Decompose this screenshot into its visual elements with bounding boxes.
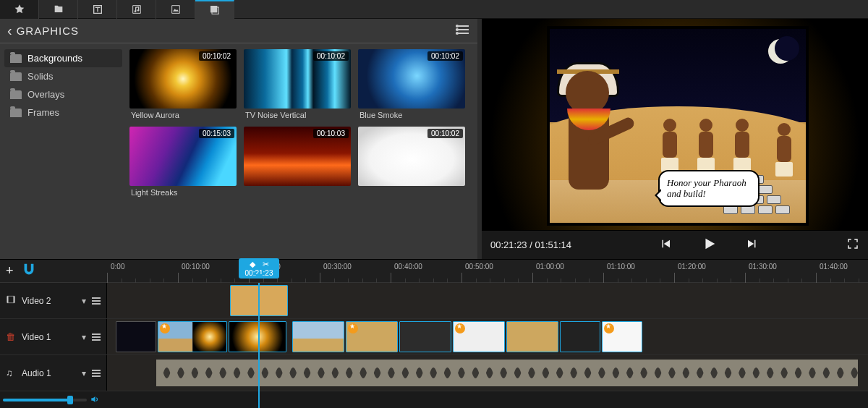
marker-icon[interactable]: ◆ xyxy=(250,260,255,269)
svg-point-1 xyxy=(137,9,139,12)
folder-solids[interactable]: Solids xyxy=(4,67,122,85)
track-head-video-2[interactable]: Video 2 ▾ xyxy=(0,283,107,318)
ruler-tick: 01:40:00 xyxy=(816,273,848,283)
clip-v1-1[interactable] xyxy=(116,321,156,352)
media-grid: 00:10:02Yellow Aurora00:10:02TV Noise Ve… xyxy=(127,43,477,259)
speech-bubble: Honor your Pharaoh and build! xyxy=(658,170,760,207)
media-thumb: 00:10:02 xyxy=(129,49,237,109)
clip-v1-3[interactable] xyxy=(229,321,286,352)
add-track-button[interactable]: + xyxy=(6,263,14,279)
fullscreen-button[interactable] xyxy=(846,237,859,252)
track-video-2: Video 2 ▾ xyxy=(0,283,868,319)
panel-menu-icon[interactable] xyxy=(456,25,469,37)
svg-point-8 xyxy=(456,28,459,31)
folder-backgrounds[interactable]: Backgrounds xyxy=(4,49,122,67)
time-ruler[interactable]: 0:0000:10:0000:20:0000:30:0000:40:0000:5… xyxy=(107,260,868,283)
track-lane-video-2[interactable] xyxy=(107,283,868,318)
media-thumb: 00:10:02 xyxy=(358,127,465,186)
svg-point-9 xyxy=(456,32,459,35)
ruler-tick: 01:20:00 xyxy=(674,273,706,283)
track-audio-1: ♫ Audio 1 ▾ xyxy=(0,355,868,391)
svg-rect-12 xyxy=(14,296,15,302)
clip-v1-2[interactable] xyxy=(158,321,227,352)
media-item-1[interactable]: 00:10:02TV Noise Vertical xyxy=(244,49,351,119)
tab-library[interactable] xyxy=(39,0,78,19)
music-icon: ♫ xyxy=(6,367,16,378)
film-icon xyxy=(6,294,16,307)
clip-v1-9[interactable] xyxy=(560,321,600,352)
next-frame-button[interactable] xyxy=(746,237,759,252)
tab-audio[interactable] xyxy=(117,0,156,19)
media-thumb: 00:10:03 xyxy=(244,127,351,186)
chevron-down-icon[interactable]: ▾ xyxy=(82,296,86,306)
graphics-header: ‹ GRAPHICS xyxy=(0,19,477,43)
media-duration: 00:10:03 xyxy=(313,129,349,138)
speaker-icon xyxy=(87,394,100,407)
playhead-time: 00:21:23 xyxy=(245,269,273,277)
playhead-handle[interactable]: ◆ ✂ 00:21:23 xyxy=(239,258,279,279)
media-item-2[interactable]: 00:10:02Blue Smoke xyxy=(358,49,465,119)
track-lane-video-1[interactable] xyxy=(107,319,868,354)
svg-rect-11 xyxy=(7,296,9,302)
preview-frame: Honor your Pharaoh and build! xyxy=(547,26,809,226)
folder-icon xyxy=(10,90,22,99)
panel-title: GRAPHICS xyxy=(17,25,79,37)
media-item-4[interactable]: 00:10:03 xyxy=(244,127,351,197)
audio-clip[interactable] xyxy=(156,360,858,386)
worker-1 xyxy=(658,119,681,175)
media-label: Light Streaks xyxy=(129,186,237,197)
folder-icon xyxy=(10,109,22,117)
track-menu-icon[interactable] xyxy=(92,333,101,341)
tab-graphics[interactable] xyxy=(195,0,234,19)
prev-frame-button[interactable] xyxy=(659,237,672,252)
track-head-audio-1[interactable]: ♫ Audio 1 ▾ xyxy=(0,355,107,391)
track-menu-icon[interactable] xyxy=(92,370,101,377)
media-label: Yellow Aurora xyxy=(129,109,237,119)
timeline-toolbar: + 0:0000:10:0000:20:0000:30:0000:40:0000… xyxy=(0,260,868,283)
media-label: Blue Smoke xyxy=(358,109,465,119)
track-menu-icon[interactable] xyxy=(92,297,101,305)
tab-text[interactable] xyxy=(78,0,117,19)
tab-image[interactable] xyxy=(156,0,195,19)
preview-panel: Honor your Pharaoh and build! 00:21:23 /… xyxy=(482,19,868,259)
media-item-5[interactable]: 00:10:02 xyxy=(358,127,465,197)
clip-v1-4[interactable] xyxy=(292,321,344,352)
clip-v1-5[interactable] xyxy=(346,321,398,352)
top-tabs xyxy=(0,0,868,19)
folder-overlays[interactable]: Overlays xyxy=(4,85,122,103)
chevron-down-icon[interactable]: ▾ xyxy=(82,332,86,342)
track-lane-audio-1[interactable] xyxy=(107,355,868,391)
media-item-0[interactable]: 00:10:02Yellow Aurora xyxy=(129,49,237,119)
folder-frames[interactable]: Frames xyxy=(4,103,122,122)
split-icon[interactable]: ✂ xyxy=(263,260,269,269)
clip-v1-8[interactable] xyxy=(506,321,558,352)
media-duration: 00:10:02 xyxy=(427,129,463,138)
tab-favorites[interactable] xyxy=(0,0,39,19)
ruler-tick: 01:00:00 xyxy=(532,273,564,283)
media-thumb: 00:10:02 xyxy=(358,49,465,109)
track-head-video-1[interactable]: 🗑 Video 1 ▾ xyxy=(0,319,107,354)
folder-label: Frames xyxy=(27,107,59,118)
graphics-panel: ‹ GRAPHICS BackgroundsSolidsOverlaysFram… xyxy=(0,19,482,259)
folder-icon xyxy=(10,54,22,63)
folder-icon xyxy=(10,72,22,81)
ruler-tick: 00:30:00 xyxy=(320,273,352,283)
clip-v1-7[interactable] xyxy=(453,321,505,352)
play-button[interactable] xyxy=(701,236,717,254)
chevron-down-icon[interactable]: ▾ xyxy=(82,368,86,378)
media-label: TV Noise Vertical xyxy=(244,109,351,119)
media-item-3[interactable]: 00:15:03Light Streaks xyxy=(129,127,237,197)
volume-slider[interactable] xyxy=(3,395,100,405)
snap-toggle-button[interactable] xyxy=(21,262,37,280)
ruler-tick: 00:40:00 xyxy=(391,273,422,283)
ruler-tick: 01:10:00 xyxy=(603,273,635,283)
clip-v1-10[interactable] xyxy=(602,321,642,352)
ruler-tick: 00:10:00 xyxy=(178,273,210,283)
media-duration: 00:10:02 xyxy=(427,51,463,61)
worker-2 xyxy=(694,119,718,175)
folder-label: Solids xyxy=(27,71,53,82)
timeline: + 0:0000:10:0000:20:0000:30:0000:40:0000… xyxy=(0,259,868,408)
clip-v1-6[interactable] xyxy=(399,321,451,352)
svg-rect-3 xyxy=(210,6,217,12)
back-chevron-icon[interactable]: ‹ xyxy=(7,22,12,39)
